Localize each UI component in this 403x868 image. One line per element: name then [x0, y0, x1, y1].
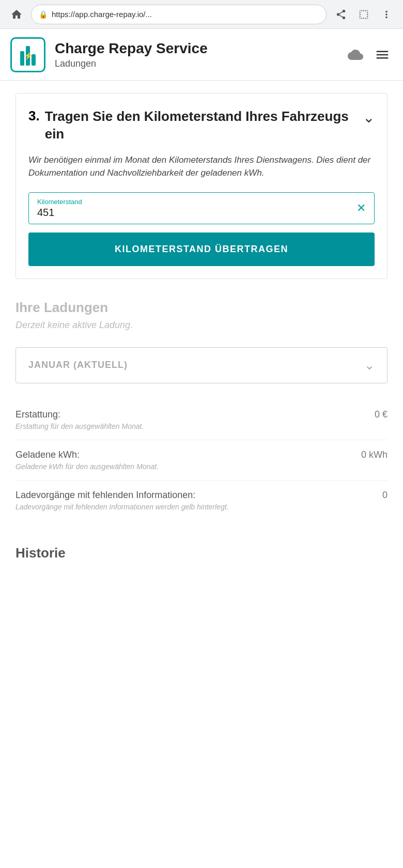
app-header: ⚡ Charge Repay Service Ladungen [0, 29, 403, 81]
browser-bar: 🔒 https://app.charge-repay.io/... [0, 0, 403, 29]
main-content: 3. Tragen Sie den Kilometerstand Ihres F… [0, 81, 403, 533]
charges-section: Ihre Ladungen Derzeit keine aktive Ladun… [16, 296, 388, 520]
month-selector[interactable]: JANUAR (AKTUELL) ⌄ [16, 347, 388, 383]
step-number: 3. [28, 108, 40, 124]
logo-bar-center: ⚡ [26, 46, 30, 66]
home-icon [10, 8, 23, 21]
lock-icon: 🔒 [39, 10, 48, 19]
stat-main-kwh: Geladene kWh: 0 kWh [16, 450, 388, 460]
no-charge-text: Derzeit keine aktive Ladung. [16, 320, 388, 331]
app-subtitle: Ladungen [55, 58, 345, 69]
month-chevron-icon: ⌄ [364, 358, 375, 373]
stat-row: Geladene kWh: 0 kWh Geladene kWh für den… [16, 440, 388, 481]
logo-bolt-icon: ⚡ [24, 52, 33, 60]
header-icons [345, 44, 393, 65]
stat-desc-erstattung: Erstattung für den ausgewählten Monat. [16, 422, 388, 430]
stats-section: Erstattung: 0 € Erstattung für den ausge… [16, 400, 388, 520]
history-section: Historie [0, 533, 403, 574]
input-clear-button[interactable]: ✕ [357, 202, 366, 215]
step-header: 3. Tragen Sie den Kilometerstand Ihres F… [28, 108, 375, 143]
cloud-icon [348, 47, 363, 63]
stat-row: Ladevorgänge mit fehlenden Informationen… [16, 481, 388, 520]
menu-button[interactable] [372, 44, 393, 65]
history-title: Historie [16, 545, 388, 561]
stat-label-missing: Ladevorgänge mit fehlenden Informationen… [16, 490, 195, 501]
more-button[interactable] [377, 5, 396, 24]
browser-home-button[interactable] [7, 5, 26, 24]
stat-value-missing: 0 [382, 490, 388, 501]
browser-actions [332, 5, 396, 24]
share-icon [335, 9, 347, 20]
more-icon [381, 9, 392, 20]
charges-title: Ihre Ladungen [16, 300, 388, 316]
step-title: Tragen Sie den Kilometerstand Ihres Fahr… [45, 108, 357, 143]
stat-label-erstattung: Erstattung: [16, 409, 60, 420]
stat-label-kwh: Geladene kWh: [16, 450, 80, 460]
step-section: 3. Tragen Sie den Kilometerstand Ihres F… [16, 93, 388, 279]
step-description: Wir benötigen einmal im Monat den Kilome… [28, 153, 375, 180]
app-title: Charge Repay Service [55, 40, 345, 57]
cloud-button[interactable] [345, 44, 366, 65]
stat-value-kwh: 0 kWh [361, 450, 388, 460]
url-text: https://app.charge-repay.io/... [52, 10, 152, 19]
stat-desc-kwh: Geladene kWh für den ausgewählten Monat. [16, 462, 388, 471]
month-label: JANUAR (AKTUELL) [28, 360, 128, 370]
stat-main-missing: Ladevorgänge mit fehlenden Informationen… [16, 490, 388, 501]
url-bar[interactable]: 🔒 https://app.charge-repay.io/... [31, 5, 327, 24]
input-label: Kilometerstand [37, 198, 351, 206]
tab-icon [358, 9, 369, 20]
app-logo: ⚡ [10, 37, 45, 72]
stat-value-erstattung: 0 € [375, 409, 388, 420]
stat-desc-missing: Ladevorgänge mit fehlenden Informationen… [16, 503, 388, 511]
submit-button[interactable]: KILOMETERSTAND ÜBERTRAGEN [28, 233, 375, 266]
app-title-block: Charge Repay Service Ladungen [55, 40, 345, 69]
kilometerstand-input-wrapper: Kilometerstand 451 ✕ [28, 192, 375, 224]
share-button[interactable] [332, 5, 350, 24]
input-inner: Kilometerstand 451 [37, 198, 351, 219]
hamburger-icon [375, 47, 390, 63]
stat-row: Erstattung: 0 € Erstattung für den ausge… [16, 400, 388, 440]
input-value[interactable]: 451 [37, 207, 351, 219]
tab-button[interactable] [354, 5, 373, 24]
stat-main-erstattung: Erstattung: 0 € [16, 409, 388, 420]
step-chevron-icon[interactable]: ⌄ [363, 109, 375, 126]
